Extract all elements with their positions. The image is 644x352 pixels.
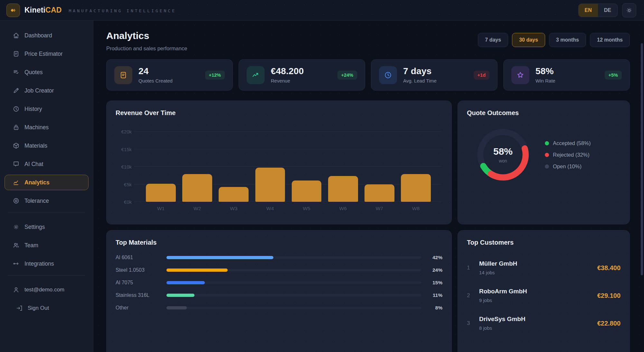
sidebar-item-label: Machines (24, 124, 49, 131)
sidebar-item-machines[interactable]: Machines (5, 120, 89, 135)
lang-de-button[interactable]: DE (598, 4, 617, 17)
sidebar-item-label: Price Estimator (24, 51, 63, 57)
legend-item-accepted: Accepted (58%) (545, 140, 591, 146)
bottom-row: Top Materials Al 606142%Steel 1.050324%A… (106, 230, 630, 352)
legend-label: Rejected (32%) (553, 152, 590, 158)
theme-toggle-button[interactable] (622, 3, 636, 17)
sidebar-item-dashboard[interactable]: Dashboard (5, 28, 89, 43)
trend-up-icon (247, 66, 265, 84)
page-title: Analytics (106, 30, 187, 41)
customer-rank: 2 (467, 292, 479, 299)
file-text-icon (114, 66, 132, 84)
range-button-3-months[interactable]: 3 months (549, 33, 586, 47)
x-axis-labels: W1W2W3W4W5W6W7W8 (134, 206, 442, 211)
material-label: Al 6061 (116, 255, 166, 260)
x-tick-label: W8 (398, 206, 434, 211)
kpi-value: 24 (138, 66, 173, 76)
revenue-over-time-card: Revenue Over Time €0k€5k€10k€15k€20k W1W… (106, 101, 452, 224)
sidebar-item-label: Materials (24, 142, 47, 149)
sidebar-item-materials[interactable]: Materials (5, 138, 89, 153)
kpi-meta: 58%Win Rate (535, 66, 555, 84)
sidebar-item-label: Integrations (24, 260, 54, 267)
customer-amount: €29.100 (597, 292, 620, 299)
topbar: KinetiCAD MANUFACTURING INTELLIGENCE EN … (0, 0, 644, 21)
donut-ring: 58% won (475, 126, 531, 183)
file-text-icon (13, 50, 20, 57)
lang-en-button[interactable]: EN (579, 4, 598, 17)
customer-name: DriveSys GmbH (479, 316, 526, 323)
sun-icon (13, 223, 20, 230)
sidebar-item-history[interactable]: History (5, 101, 89, 117)
kpi-trend-badge: +1d (474, 71, 489, 80)
revenue-bar-w1 (146, 184, 176, 202)
sidebar-item-quotes[interactable]: Quotes (5, 64, 89, 80)
sidebar-item-label: Job Creator (24, 87, 54, 94)
donut-chart: 58% won Accepted (58%)Rejected (32%)Open… (467, 126, 620, 183)
material-row-other: Other8% (116, 305, 442, 311)
revenue-bar-w8 (401, 174, 431, 202)
star-icon (511, 66, 529, 84)
legend-dot-icon (545, 141, 549, 145)
kpi-trend-badge: +12% (205, 71, 225, 80)
chat-icon (13, 161, 20, 168)
x-tick-label: W3 (215, 206, 252, 211)
user-icon (13, 286, 20, 293)
customer-row-roboarm-gmbh: 2RoboArm GmbH9 jobs€29.100 (467, 282, 620, 309)
customer-row-m-ller-gmbh: 1Müller GmbH14 jobs€38.400 (467, 254, 620, 282)
top-customers-card: Top Customers 1Müller GmbH14 jobs€38.400… (458, 230, 630, 352)
y-tick-label: €15k (121, 146, 132, 152)
sidebar-divider (8, 212, 85, 213)
sidebar-item-tolerance[interactable]: Tolerance (5, 193, 89, 209)
sidebar-item-price-estimator[interactable]: Price Estimator (5, 46, 89, 62)
kpi-card-revenue: €48.200Revenue+24% (239, 59, 365, 91)
cube-icon (13, 142, 20, 149)
account-email-label: test@demo.com (24, 287, 64, 293)
x-tick-label: W1 (143, 206, 179, 211)
sign-out-button[interactable]: Sign Out (5, 300, 89, 316)
x-tick-label: W7 (361, 206, 398, 211)
kpi-label: Quotes Created (138, 78, 173, 83)
page-title-block: Analytics Production and sales performan… (106, 30, 187, 52)
material-label: Steel 1.0503 (116, 267, 166, 273)
integration-arrow-icon (13, 260, 20, 267)
y-axis-labels: €0k€5k€10k€15k€20k (116, 132, 134, 202)
donut-legend: Accepted (58%)Rejected (32%)Open (10%) (545, 140, 591, 170)
sidebar-item-integrations[interactable]: Integrations (5, 256, 89, 271)
range-button-30-days[interactable]: 30 days (512, 33, 545, 47)
legend-item-open: Open (10%) (545, 163, 591, 170)
material-row-stainless-316l: Stainless 316L11% (116, 292, 442, 298)
sidebar-item-team[interactable]: Team (5, 238, 89, 253)
legend-label: Open (10%) (553, 163, 582, 170)
chart-plot-area (134, 132, 442, 202)
pencil-icon (13, 87, 20, 94)
material-bar-fill (166, 269, 228, 272)
revenue-bar-w5 (292, 181, 322, 202)
y-tick-label: €20k (121, 129, 132, 134)
legend-label: Accepted (58%) (553, 140, 591, 146)
sun-icon (626, 7, 633, 14)
material-label: Stainless 316L (116, 292, 166, 298)
sidebar-item-ai-chat[interactable]: AI Chat (5, 156, 89, 172)
chart-line-icon (13, 179, 20, 186)
kpi-card-win-rate: 58%Win Rate+5% (503, 59, 630, 91)
target-icon (13, 197, 20, 204)
sidebar-item-job-creator[interactable]: Job Creator (5, 83, 89, 98)
scrollbar-thumb[interactable] (641, 43, 643, 275)
kpi-label: Revenue (271, 78, 290, 83)
sidebar-item-analytics[interactable]: Analytics (5, 175, 89, 190)
sidebar-item-label: AI Chat (24, 161, 43, 168)
material-row-al-6061: Al 606142% (116, 255, 442, 260)
sign-out-label: Sign Out (28, 305, 49, 311)
range-button-7-days[interactable]: 7 days (478, 33, 508, 47)
customer-info: DriveSys GmbH8 jobs (479, 316, 526, 331)
material-percent: 42% (421, 255, 442, 260)
range-button-12-months[interactable]: 12 months (590, 33, 630, 47)
material-row-al-7075: Al 707515% (116, 280, 442, 286)
material-percent: 11% (421, 292, 442, 298)
users-icon (13, 242, 20, 249)
sidebar-item-label: Dashboard (24, 32, 52, 39)
customer-name: RoboArm GmbH (479, 288, 527, 295)
material-label: Al 7075 (116, 280, 166, 286)
revenue-bar-w2 (182, 174, 212, 202)
sidebar-item-settings[interactable]: Settings (5, 219, 89, 235)
